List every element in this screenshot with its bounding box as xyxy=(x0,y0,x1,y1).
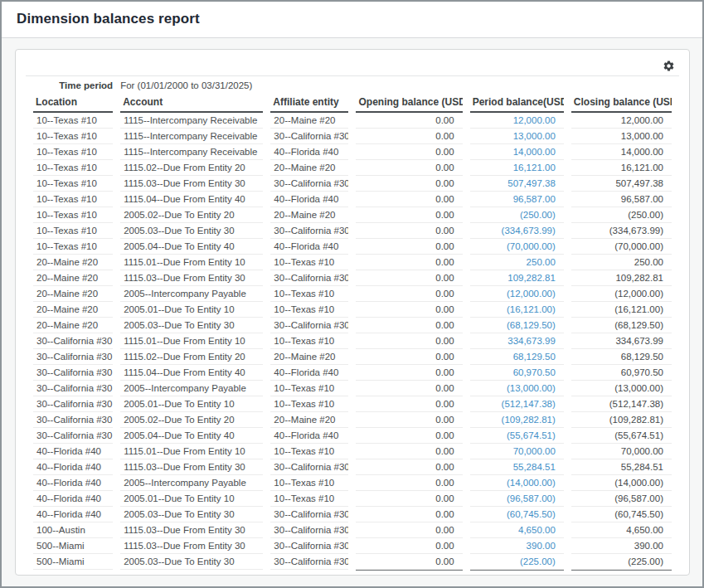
cell-closing: 109,282.81 xyxy=(571,270,672,286)
cell-period[interactable]: (13,000.00) xyxy=(470,381,564,396)
table-header-row: Location Account Affiliate entity Openin… xyxy=(33,95,672,113)
cell-period[interactable]: (12,000.00) xyxy=(470,286,564,302)
cell-affiliate: 30--California #30 xyxy=(270,554,348,570)
cell-period[interactable]: 13,000.00 xyxy=(470,129,564,144)
cell-affiliate: 40--Florida #40 xyxy=(270,428,348,444)
cell-period[interactable]: (55,674.51) xyxy=(470,428,564,444)
cell-period[interactable]: 334,673.99 xyxy=(470,333,564,349)
cell-period[interactable]: (109,282.81) xyxy=(470,412,564,428)
cell-closing: (12,000.00) xyxy=(571,286,672,302)
cell-period[interactable]: (250.00) xyxy=(470,207,564,223)
cell-closing: 70,000.00 xyxy=(571,444,672,459)
cell-closing: 60,970.50 xyxy=(571,365,672,381)
cell-account: 2005.02--Due To Entity 20 xyxy=(120,412,263,428)
cell-location: 10--Texas #10 xyxy=(33,223,113,239)
cell-location: 40--Florida #40 xyxy=(33,491,113,507)
cell-opening: 0.00 xyxy=(356,270,462,286)
cell-period[interactable]: (68,129.50) xyxy=(470,318,564,333)
cell-closing: (109,282.81) xyxy=(571,412,672,428)
table-row: 10--Texas #102005.02--Due To Entity 2020… xyxy=(33,207,672,223)
cell-period[interactable]: (334,673.99) xyxy=(470,223,564,239)
cell-affiliate: 10--Texas #10 xyxy=(270,302,348,318)
cell-account: 1115.03--Due From Entity 30 xyxy=(120,270,263,286)
cell-location: 10--Texas #10 xyxy=(33,176,113,192)
col-header-account: Account xyxy=(120,95,263,113)
cell-period[interactable]: 4,650.00 xyxy=(470,522,564,538)
cell-closing: 4,650.00 xyxy=(571,522,672,538)
cell-period[interactable]: (512,147.38) xyxy=(470,396,564,412)
table-row: 500--Miami2005.03--Due To Entity 3030--C… xyxy=(33,554,672,570)
cell-closing: 14,000.00 xyxy=(571,144,672,160)
cell-affiliate: 30--California #30 xyxy=(270,507,348,522)
cell-period[interactable]: 68,129.50 xyxy=(470,349,564,365)
cell-period[interactable]: 14,000.00 xyxy=(470,144,564,160)
cell-closing: (14,000.00) xyxy=(571,475,672,491)
time-period-value: For (01/01/2000 to 03/31/2025) xyxy=(120,79,672,95)
table-row: 40--Florida #402005--Intercompany Payabl… xyxy=(33,475,672,491)
cell-opening: 0.00 xyxy=(356,491,462,507)
page-content: Time period For (01/01/2000 to 03/31/202… xyxy=(2,38,702,586)
cell-affiliate: 10--Texas #10 xyxy=(270,333,348,349)
cell-account: 1115.01--Due From Entity 10 xyxy=(120,333,263,349)
cell-affiliate: 30--California #30 xyxy=(270,270,348,286)
cell-period[interactable]: 12,000.00 xyxy=(470,113,564,129)
cell-closing: (13,000.00) xyxy=(571,381,672,396)
cell-opening: 0.00 xyxy=(356,176,462,192)
cell-location: 30--California #30 xyxy=(33,396,113,412)
cell-location: 100--Austin xyxy=(33,522,113,538)
table-row: 30--California #301115.01--Due From Enti… xyxy=(33,333,672,349)
cell-account: 2005.04--Due To Entity 40 xyxy=(120,239,263,255)
cell-affiliate: 40--Florida #40 xyxy=(270,365,348,381)
cell-period[interactable]: 507,497.38 xyxy=(470,176,564,192)
settings-gear-icon[interactable] xyxy=(661,59,676,74)
cell-opening: 0.00 xyxy=(356,160,462,176)
cell-period[interactable]: (70,000.00) xyxy=(470,239,564,255)
table-row: 20--Maine #201115.03--Due From Entity 30… xyxy=(33,270,672,286)
cell-location: 30--California #30 xyxy=(33,428,113,444)
cell-period[interactable]: (96,587.00) xyxy=(470,491,564,507)
cell-closing: (96,587.00) xyxy=(571,491,672,507)
cell-period[interactable]: 390.00 xyxy=(470,538,564,554)
cell-account: 1115.04--Due From Entity 40 xyxy=(120,192,263,207)
cell-period[interactable]: (60,745.50) xyxy=(470,507,564,522)
table-row: 10--Texas #101115.04--Due From Entity 40… xyxy=(33,192,672,207)
cell-closing: 507,497.38 xyxy=(571,176,672,192)
cell-closing: (512,147.38) xyxy=(571,396,672,412)
cell-opening: 0.00 xyxy=(356,507,462,522)
table-row: 30--California #301115.04--Due From Enti… xyxy=(33,365,672,381)
cell-period[interactable]: 16,121.00 xyxy=(470,160,564,176)
cell-closing: 250.00 xyxy=(571,255,672,270)
cell-closing: 16,121.00 xyxy=(571,160,672,176)
cell-opening: 0.00 xyxy=(356,207,462,223)
cell-affiliate: 40--Florida #40 xyxy=(270,239,348,255)
cell-period[interactable]: (16,121.00) xyxy=(470,302,564,318)
cell-account: 1115.02--Due From Entity 20 xyxy=(120,349,263,365)
cell-account: 2005.01--Due To Entity 10 xyxy=(120,491,263,507)
cell-opening: 0.00 xyxy=(356,286,462,302)
cell-period[interactable]: 250.00 xyxy=(470,255,564,270)
grand-total-spacer xyxy=(120,570,263,576)
cell-location: 30--California #30 xyxy=(33,381,113,396)
cell-period[interactable]: 55,284.51 xyxy=(470,459,564,475)
cell-opening: 0.00 xyxy=(356,192,462,207)
cell-closing: (334,673.99) xyxy=(571,223,672,239)
col-header-closing-balance: Closing balance (USD) xyxy=(571,95,672,113)
cell-period[interactable]: (225.00) xyxy=(470,554,564,570)
cell-location: 20--Maine #20 xyxy=(33,302,113,318)
cell-account: 1115.03--Due From Entity 30 xyxy=(120,176,263,192)
cell-affiliate: 20--Maine #20 xyxy=(270,412,348,428)
cell-opening: 0.00 xyxy=(356,129,462,144)
cell-closing: (16,121.00) xyxy=(571,302,672,318)
cell-location: 20--Maine #20 xyxy=(33,318,113,333)
table-row: 30--California #302005.01--Due To Entity… xyxy=(33,396,672,412)
cell-period[interactable]: (14,000.00) xyxy=(470,475,564,491)
cell-opening: 0.00 xyxy=(356,113,462,129)
cell-period[interactable]: 109,282.81 xyxy=(470,270,564,286)
cell-period[interactable]: 60,970.50 xyxy=(470,365,564,381)
table-row: 10--Texas #101115--Intercompany Receivab… xyxy=(33,113,672,129)
cell-location: 30--California #30 xyxy=(33,349,113,365)
cell-period[interactable]: 70,000.00 xyxy=(470,444,564,459)
cell-account: 2005.02--Due To Entity 20 xyxy=(120,207,263,223)
cell-period[interactable]: 96,587.00 xyxy=(470,192,564,207)
cell-affiliate: 10--Texas #10 xyxy=(270,255,348,270)
